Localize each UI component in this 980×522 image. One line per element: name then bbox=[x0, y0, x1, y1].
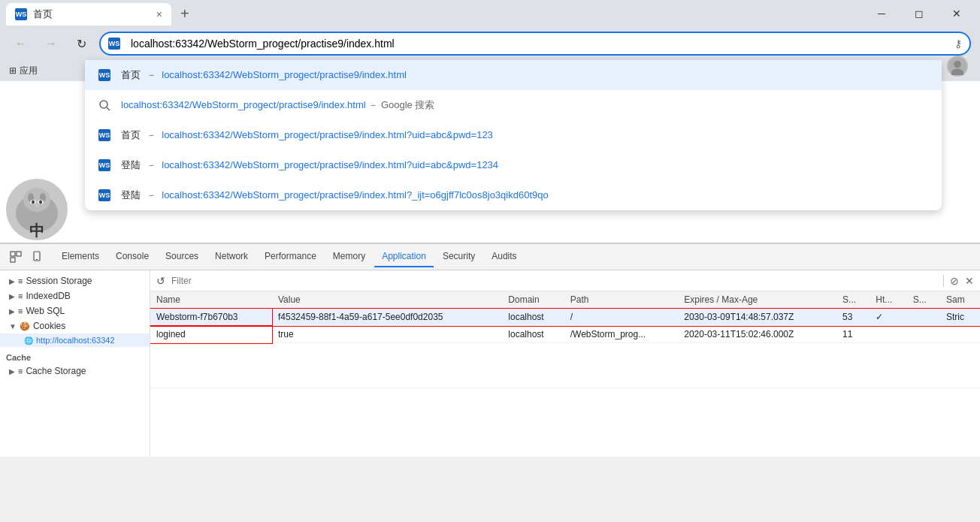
cell-ht-2 bbox=[870, 326, 906, 343]
tab-elements[interactable]: Elements bbox=[54, 246, 107, 267]
col-sam: Sam bbox=[940, 291, 980, 309]
cell-path-1: / bbox=[564, 309, 679, 326]
chinese-char: 中 bbox=[6, 221, 68, 241]
favicon-icon-1: WS bbox=[97, 68, 112, 83]
sidebar-item-localhost[interactable]: 🌐 http://localhost:63342 bbox=[0, 333, 150, 347]
tab-application[interactable]: Application bbox=[374, 246, 434, 267]
apps-icon: ⊞ bbox=[9, 65, 17, 76]
tab-memory[interactable]: Memory bbox=[325, 246, 373, 267]
svg-point-6 bbox=[23, 188, 50, 212]
sidebar-label-websql: Web SQL bbox=[26, 306, 65, 316]
cell-sam-2 bbox=[940, 326, 980, 343]
devtools-main-panel: ↺ ⊘ ✕ Name Value Domain Path Expires / M… bbox=[150, 270, 980, 457]
cell-s2-2 bbox=[907, 326, 940, 343]
sidebar-item-cache-storage[interactable]: ▶ ≡ Cache Storage bbox=[0, 364, 150, 379]
svg-point-13 bbox=[35, 205, 38, 207]
autocomplete-text-2: localhost:63342/WebStorm_progect/practis… bbox=[121, 98, 930, 112]
table-row-empty bbox=[150, 343, 980, 388]
indexeddb-icon: ≡ bbox=[18, 291, 23, 300]
inspect-icon bbox=[10, 251, 22, 263]
tab-network[interactable]: Network bbox=[207, 246, 256, 267]
sidebar-item-cookies[interactable]: ▼ 🍪 Cookies bbox=[0, 318, 150, 333]
autocomplete-item-1[interactable]: WS 首页 － localhost:63342/WebStorm_progect… bbox=[85, 60, 942, 90]
table-row[interactable]: Webstorm-f7b670b3 f4532459-88f1-4a59-a61… bbox=[150, 309, 980, 326]
maximize-button[interactable]: ◻ bbox=[902, 2, 936, 26]
sidebar-item-session-storage[interactable]: ▶ ≡ Session Storage bbox=[0, 273, 150, 288]
cell-name-2: logined bbox=[150, 326, 272, 343]
tab-favicon: WS bbox=[15, 8, 27, 20]
new-tab-button[interactable]: + bbox=[174, 2, 195, 26]
caret-icon-4: ▼ bbox=[9, 322, 17, 330]
apps-button[interactable]: ⊞ 应用 bbox=[9, 65, 38, 77]
col-s2: S... bbox=[907, 291, 940, 309]
reload-button[interactable]: ↻ bbox=[69, 32, 93, 56]
caret-icon: ▶ bbox=[9, 277, 15, 285]
svg-rect-15 bbox=[17, 252, 21, 256]
tab-performance[interactable]: Performance bbox=[257, 246, 324, 267]
refresh-button[interactable]: ↺ bbox=[156, 275, 165, 287]
tab-console[interactable]: Console bbox=[108, 246, 156, 267]
autocomplete-item-4[interactable]: WS 登陆 － localhost:63342/WebStorm_progect… bbox=[85, 150, 942, 180]
col-ht: Ht... bbox=[870, 291, 906, 309]
col-value: Value bbox=[272, 291, 502, 309]
cell-value-2: true bbox=[272, 326, 502, 343]
autocomplete-item-2[interactable]: localhost:63342/WebStorm_progect/practis… bbox=[85, 90, 942, 120]
svg-point-3 bbox=[100, 101, 107, 108]
cell-sam-1: Stric bbox=[940, 309, 980, 326]
favicon-icon-3: WS bbox=[97, 128, 112, 143]
forward-button[interactable]: → bbox=[39, 32, 63, 56]
sidebar-label-indexeddb: IndexedDB bbox=[26, 291, 70, 301]
tab-sources[interactable]: Sources bbox=[158, 246, 206, 267]
sidebar-label-cache-storage: Cache Storage bbox=[26, 366, 86, 376]
cell-path-2: /WebStorm_prog... bbox=[564, 326, 679, 343]
device-icon bbox=[31, 251, 43, 263]
devtools-sidebar: ▶ ≡ Session Storage ▶ ≡ IndexedDB ▶ ≡ We… bbox=[0, 270, 150, 457]
cell-s1-1: 53 bbox=[836, 309, 870, 326]
caret-icon-2: ▶ bbox=[9, 292, 15, 300]
favicon-icon-4: WS bbox=[97, 158, 112, 173]
cell-value-1: f4532459-88f1-4a59-a617-5ee0df0d2035 bbox=[272, 309, 502, 326]
devtools-panel: Elements Console Sources Network Perform… bbox=[0, 243, 980, 457]
devtools-inspect-button[interactable] bbox=[6, 247, 26, 267]
filter-block-button[interactable]: ⊘ bbox=[950, 275, 959, 287]
autocomplete-text-3: 首页 － localhost:63342/WebStorm_progect/pr… bbox=[121, 128, 930, 142]
sidebar-item-websql[interactable]: ▶ ≡ Web SQL bbox=[0, 303, 150, 318]
cell-s2-1 bbox=[907, 309, 940, 326]
tab-title-text: 首页 bbox=[33, 8, 150, 21]
svg-rect-16 bbox=[11, 258, 15, 262]
col-expires: Expires / Max-Age bbox=[678, 291, 836, 309]
cell-s1-2: 11 bbox=[836, 326, 870, 343]
col-domain: Domain bbox=[502, 291, 564, 309]
filter-clear-button[interactable]: ✕ bbox=[965, 275, 974, 287]
devtools-device-button[interactable] bbox=[27, 247, 47, 267]
close-window-button[interactable]: ✕ bbox=[939, 2, 974, 26]
svg-point-12 bbox=[39, 201, 42, 204]
col-path: Path bbox=[564, 291, 679, 309]
profile-avatar[interactable] bbox=[947, 56, 968, 77]
back-button[interactable]: ← bbox=[9, 32, 33, 56]
devtools-tab-bar: Elements Console Sources Network Perform… bbox=[0, 244, 980, 270]
cell-domain-1: localhost bbox=[502, 309, 564, 326]
active-tab[interactable]: WS 首页 × bbox=[6, 3, 171, 26]
autocomplete-item-3[interactable]: WS 首页 － localhost:63342/WebStorm_progect… bbox=[85, 120, 942, 150]
tab-audits[interactable]: Audits bbox=[484, 246, 524, 267]
sidebar-label-cookies: Cookies bbox=[33, 321, 65, 331]
autocomplete-item-5[interactable]: WS 登陆 － localhost:63342/WebStorm_progect… bbox=[85, 180, 942, 210]
sidebar-item-indexeddb[interactable]: ▶ ≡ IndexedDB bbox=[0, 288, 150, 303]
tab-security[interactable]: Security bbox=[435, 246, 482, 267]
autocomplete-text-5: 登陆 － localhost:63342/WebStorm_progect/pr… bbox=[121, 189, 930, 202]
minimize-button[interactable]: ─ bbox=[864, 2, 899, 26]
cell-domain-2: localhost bbox=[502, 326, 564, 343]
caret-icon-3: ▶ bbox=[9, 307, 15, 315]
svg-line-4 bbox=[107, 107, 110, 110]
tab-close-button[interactable]: × bbox=[156, 8, 162, 20]
address-input[interactable] bbox=[99, 32, 971, 56]
table-row[interactable]: logined true localhost /WebStorm_prog...… bbox=[150, 326, 980, 343]
sidebar-cache-header: Cache bbox=[0, 350, 150, 364]
filter-bar: ↺ ⊘ ✕ bbox=[150, 270, 980, 291]
localhost-icon: 🌐 bbox=[24, 336, 33, 345]
col-s1: S... bbox=[836, 291, 870, 309]
key-icon: ⚷ bbox=[954, 38, 962, 50]
filter-input[interactable] bbox=[171, 276, 937, 286]
cache-storage-icon: ≡ bbox=[18, 367, 23, 376]
